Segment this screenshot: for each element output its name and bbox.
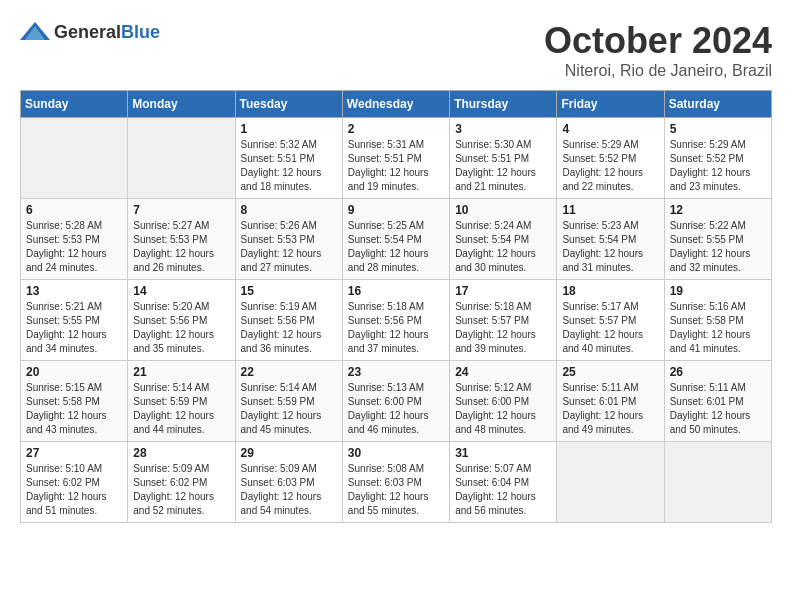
day-info: Sunrise: 5:09 AMSunset: 6:02 PMDaylight:…: [133, 462, 229, 518]
calendar-cell: [128, 118, 235, 199]
logo-icon: [20, 20, 50, 44]
day-number: 21: [133, 365, 229, 379]
day-info: Sunrise: 5:21 AMSunset: 5:55 PMDaylight:…: [26, 300, 122, 356]
calendar-cell: 14Sunrise: 5:20 AMSunset: 5:56 PMDayligh…: [128, 280, 235, 361]
day-info: Sunrise: 5:13 AMSunset: 6:00 PMDaylight:…: [348, 381, 444, 437]
calendar-cell: 8Sunrise: 5:26 AMSunset: 5:53 PMDaylight…: [235, 199, 342, 280]
day-number: 18: [562, 284, 658, 298]
calendar-week-2: 6Sunrise: 5:28 AMSunset: 5:53 PMDaylight…: [21, 199, 772, 280]
calendar-cell: 10Sunrise: 5:24 AMSunset: 5:54 PMDayligh…: [450, 199, 557, 280]
header-monday: Monday: [128, 91, 235, 118]
day-number: 14: [133, 284, 229, 298]
day-info: Sunrise: 5:07 AMSunset: 6:04 PMDaylight:…: [455, 462, 551, 518]
day-number: 7: [133, 203, 229, 217]
day-info: Sunrise: 5:22 AMSunset: 5:55 PMDaylight:…: [670, 219, 766, 275]
calendar-cell: 12Sunrise: 5:22 AMSunset: 5:55 PMDayligh…: [664, 199, 771, 280]
day-number: 25: [562, 365, 658, 379]
day-info: Sunrise: 5:18 AMSunset: 5:57 PMDaylight:…: [455, 300, 551, 356]
day-info: Sunrise: 5:15 AMSunset: 5:58 PMDaylight:…: [26, 381, 122, 437]
day-info: Sunrise: 5:09 AMSunset: 6:03 PMDaylight:…: [241, 462, 337, 518]
calendar-table: SundayMondayTuesdayWednesdayThursdayFrid…: [20, 90, 772, 523]
day-info: Sunrise: 5:18 AMSunset: 5:56 PMDaylight:…: [348, 300, 444, 356]
calendar-cell: 2Sunrise: 5:31 AMSunset: 5:51 PMDaylight…: [342, 118, 449, 199]
day-info: Sunrise: 5:19 AMSunset: 5:56 PMDaylight:…: [241, 300, 337, 356]
calendar-cell: 15Sunrise: 5:19 AMSunset: 5:56 PMDayligh…: [235, 280, 342, 361]
calendar-cell: 27Sunrise: 5:10 AMSunset: 6:02 PMDayligh…: [21, 442, 128, 523]
calendar-cell: 1Sunrise: 5:32 AMSunset: 5:51 PMDaylight…: [235, 118, 342, 199]
calendar-cell: 18Sunrise: 5:17 AMSunset: 5:57 PMDayligh…: [557, 280, 664, 361]
day-info: Sunrise: 5:14 AMSunset: 5:59 PMDaylight:…: [133, 381, 229, 437]
day-info: Sunrise: 5:28 AMSunset: 5:53 PMDaylight:…: [26, 219, 122, 275]
location-subtitle: Niteroi, Rio de Janeiro, Brazil: [544, 62, 772, 80]
calendar-cell: 9Sunrise: 5:25 AMSunset: 5:54 PMDaylight…: [342, 199, 449, 280]
day-info: Sunrise: 5:25 AMSunset: 5:54 PMDaylight:…: [348, 219, 444, 275]
calendar-cell: 13Sunrise: 5:21 AMSunset: 5:55 PMDayligh…: [21, 280, 128, 361]
page-header: GeneralBlue October 2024 Niteroi, Rio de…: [20, 20, 772, 80]
day-info: Sunrise: 5:29 AMSunset: 5:52 PMDaylight:…: [670, 138, 766, 194]
calendar-cell: 28Sunrise: 5:09 AMSunset: 6:02 PMDayligh…: [128, 442, 235, 523]
day-info: Sunrise: 5:27 AMSunset: 5:53 PMDaylight:…: [133, 219, 229, 275]
day-number: 19: [670, 284, 766, 298]
day-number: 30: [348, 446, 444, 460]
calendar-cell: 20Sunrise: 5:15 AMSunset: 5:58 PMDayligh…: [21, 361, 128, 442]
day-info: Sunrise: 5:20 AMSunset: 5:56 PMDaylight:…: [133, 300, 229, 356]
day-number: 26: [670, 365, 766, 379]
calendar-cell: 6Sunrise: 5:28 AMSunset: 5:53 PMDaylight…: [21, 199, 128, 280]
calendar-cell: 4Sunrise: 5:29 AMSunset: 5:52 PMDaylight…: [557, 118, 664, 199]
calendar-cell: 19Sunrise: 5:16 AMSunset: 5:58 PMDayligh…: [664, 280, 771, 361]
logo-text-general: General: [54, 22, 121, 42]
calendar-cell: 3Sunrise: 5:30 AMSunset: 5:51 PMDaylight…: [450, 118, 557, 199]
day-number: 22: [241, 365, 337, 379]
calendar-cell: [557, 442, 664, 523]
day-info: Sunrise: 5:30 AMSunset: 5:51 PMDaylight:…: [455, 138, 551, 194]
day-info: Sunrise: 5:16 AMSunset: 5:58 PMDaylight:…: [670, 300, 766, 356]
calendar-cell: [664, 442, 771, 523]
calendar-cell: 11Sunrise: 5:23 AMSunset: 5:54 PMDayligh…: [557, 199, 664, 280]
calendar-week-4: 20Sunrise: 5:15 AMSunset: 5:58 PMDayligh…: [21, 361, 772, 442]
calendar-cell: 16Sunrise: 5:18 AMSunset: 5:56 PMDayligh…: [342, 280, 449, 361]
day-number: 15: [241, 284, 337, 298]
calendar-cell: 5Sunrise: 5:29 AMSunset: 5:52 PMDaylight…: [664, 118, 771, 199]
day-info: Sunrise: 5:26 AMSunset: 5:53 PMDaylight:…: [241, 219, 337, 275]
day-info: Sunrise: 5:12 AMSunset: 6:00 PMDaylight:…: [455, 381, 551, 437]
calendar-week-1: 1Sunrise: 5:32 AMSunset: 5:51 PMDaylight…: [21, 118, 772, 199]
calendar-cell: 21Sunrise: 5:14 AMSunset: 5:59 PMDayligh…: [128, 361, 235, 442]
day-info: Sunrise: 5:14 AMSunset: 5:59 PMDaylight:…: [241, 381, 337, 437]
day-number: 8: [241, 203, 337, 217]
day-number: 9: [348, 203, 444, 217]
calendar-cell: [21, 118, 128, 199]
day-info: Sunrise: 5:32 AMSunset: 5:51 PMDaylight:…: [241, 138, 337, 194]
calendar-cell: 29Sunrise: 5:09 AMSunset: 6:03 PMDayligh…: [235, 442, 342, 523]
day-number: 31: [455, 446, 551, 460]
calendar-cell: 22Sunrise: 5:14 AMSunset: 5:59 PMDayligh…: [235, 361, 342, 442]
day-number: 3: [455, 122, 551, 136]
day-number: 5: [670, 122, 766, 136]
day-info: Sunrise: 5:10 AMSunset: 6:02 PMDaylight:…: [26, 462, 122, 518]
calendar-cell: 30Sunrise: 5:08 AMSunset: 6:03 PMDayligh…: [342, 442, 449, 523]
title-block: October 2024 Niteroi, Rio de Janeiro, Br…: [544, 20, 772, 80]
day-number: 4: [562, 122, 658, 136]
day-info: Sunrise: 5:17 AMSunset: 5:57 PMDaylight:…: [562, 300, 658, 356]
day-number: 1: [241, 122, 337, 136]
day-number: 24: [455, 365, 551, 379]
calendar-week-3: 13Sunrise: 5:21 AMSunset: 5:55 PMDayligh…: [21, 280, 772, 361]
day-number: 17: [455, 284, 551, 298]
month-title: October 2024: [544, 20, 772, 62]
day-number: 10: [455, 203, 551, 217]
header-friday: Friday: [557, 91, 664, 118]
day-info: Sunrise: 5:11 AMSunset: 6:01 PMDaylight:…: [670, 381, 766, 437]
day-number: 27: [26, 446, 122, 460]
day-info: Sunrise: 5:11 AMSunset: 6:01 PMDaylight:…: [562, 381, 658, 437]
header-tuesday: Tuesday: [235, 91, 342, 118]
calendar-cell: 26Sunrise: 5:11 AMSunset: 6:01 PMDayligh…: [664, 361, 771, 442]
day-number: 6: [26, 203, 122, 217]
day-info: Sunrise: 5:24 AMSunset: 5:54 PMDaylight:…: [455, 219, 551, 275]
day-info: Sunrise: 5:31 AMSunset: 5:51 PMDaylight:…: [348, 138, 444, 194]
day-info: Sunrise: 5:08 AMSunset: 6:03 PMDaylight:…: [348, 462, 444, 518]
day-number: 13: [26, 284, 122, 298]
day-number: 20: [26, 365, 122, 379]
day-number: 2: [348, 122, 444, 136]
calendar-cell: 31Sunrise: 5:07 AMSunset: 6:04 PMDayligh…: [450, 442, 557, 523]
calendar-header-row: SundayMondayTuesdayWednesdayThursdayFrid…: [21, 91, 772, 118]
day-number: 16: [348, 284, 444, 298]
